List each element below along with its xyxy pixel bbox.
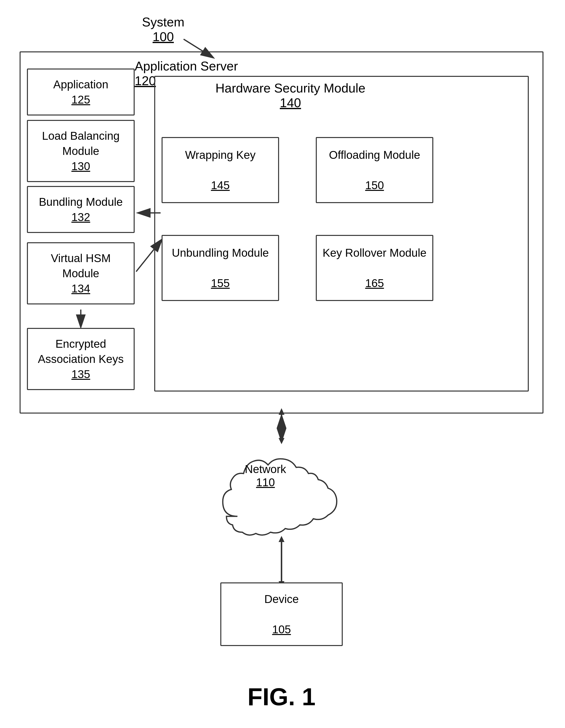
device-box: Device 105 <box>220 582 343 646</box>
enc-keys-box: Encrypted Association Keys 135 <box>27 328 135 390</box>
page: System 100 <box>0 0 565 728</box>
bundling-box: Bundling Module 132 <box>27 186 135 233</box>
fig-label: FIG. 1 <box>196 683 367 711</box>
system-label: System 100 <box>142 15 184 44</box>
network-cloud <box>213 438 350 541</box>
unbundling-box: Unbundling Module 155 <box>161 235 279 301</box>
key-rollover-box: Key Rollover Module 165 <box>316 235 433 301</box>
offloading-box: Offloading Module 150 <box>316 137 433 203</box>
virtual-hsm-box: Virtual HSM Module 134 <box>27 242 135 304</box>
load-balancing-box: Load Balancing Module 130 <box>27 120 135 182</box>
wrapping-key-box: Wrapping Key 145 <box>161 137 279 203</box>
hsm-label: Hardware Security Module 140 <box>215 81 366 110</box>
network-label: Network 110 <box>245 462 286 489</box>
application-box: Application 125 <box>27 69 135 116</box>
hsm-outer-box <box>154 76 529 392</box>
cloud-svg <box>213 438 350 541</box>
